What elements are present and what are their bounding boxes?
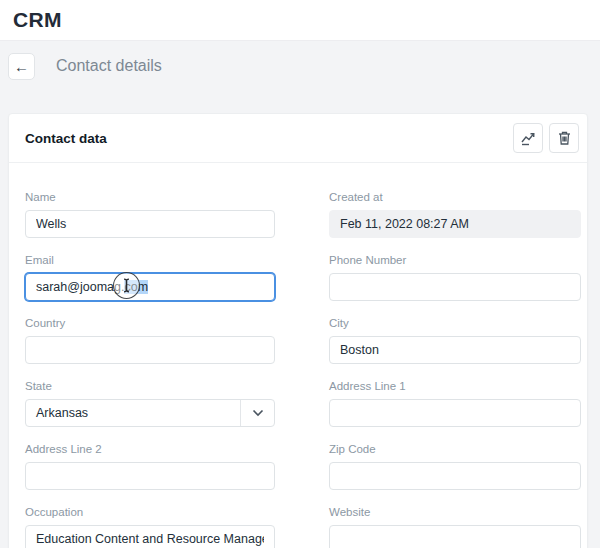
- occupation-input[interactable]: [25, 525, 275, 548]
- occupation-label: Occupation: [25, 506, 275, 518]
- website-label: Website: [329, 506, 581, 518]
- state-select[interactable]: Arkansas: [25, 399, 275, 427]
- zip-input[interactable]: [329, 462, 581, 490]
- contact-form: Name Created at Feb 11, 2022 08:27 AM Em…: [9, 163, 587, 548]
- phone-input[interactable]: [329, 273, 581, 301]
- created-at-text: Feb 11, 2022 08:27 AM: [340, 217, 469, 231]
- name-label: Name: [25, 191, 275, 203]
- field-address1: Address Line 1: [329, 380, 581, 427]
- page-title: Contact details: [56, 57, 162, 75]
- card-header: Contact data: [9, 114, 587, 163]
- field-occupation: Occupation: [25, 506, 275, 548]
- field-zip: Zip Code: [329, 443, 581, 490]
- address1-input[interactable]: [329, 399, 581, 427]
- address2-label: Address Line 2: [25, 443, 275, 455]
- email-text-selection: com: [124, 280, 148, 294]
- stats-chart-icon: [520, 130, 536, 146]
- website-input[interactable]: [329, 525, 581, 548]
- field-website: Website: [329, 506, 581, 548]
- email-label: Email: [25, 254, 275, 266]
- top-bar: CRM: [0, 0, 600, 41]
- city-label: City: [329, 317, 581, 329]
- created-at-value: Feb 11, 2022 08:27 AM: [329, 210, 581, 238]
- chevron-down-icon: [252, 409, 264, 417]
- stats-button[interactable]: [513, 123, 543, 153]
- zip-label: Zip Code: [329, 443, 581, 455]
- brand-logo: CRM: [13, 8, 62, 32]
- field-phone: Phone Number: [329, 254, 581, 301]
- contact-data-card: Contact data Name Created at Fe: [8, 113, 588, 548]
- country-input[interactable]: [25, 336, 275, 364]
- email-text: sarah@joomag.com: [36, 280, 148, 294]
- phone-label: Phone Number: [329, 254, 581, 266]
- email-input[interactable]: sarah@joomag.com: [25, 273, 275, 301]
- field-email: Email sarah@joomag.com: [25, 254, 275, 301]
- address2-input[interactable]: [25, 462, 275, 490]
- country-label: Country: [25, 317, 275, 329]
- field-state: State Arkansas: [25, 380, 275, 427]
- field-city: City: [329, 317, 581, 364]
- page-header: ← Contact details: [0, 41, 600, 91]
- field-country: Country: [25, 317, 275, 364]
- field-address2: Address Line 2: [25, 443, 275, 490]
- card-title: Contact data: [25, 131, 507, 146]
- city-input[interactable]: [329, 336, 581, 364]
- field-name: Name: [25, 191, 275, 238]
- created-at-label: Created at: [329, 191, 581, 203]
- trash-icon: [557, 130, 572, 146]
- back-button[interactable]: ←: [8, 53, 35, 80]
- back-arrow-icon: ←: [14, 59, 29, 74]
- field-created-at: Created at Feb 11, 2022 08:27 AM: [329, 191, 581, 238]
- state-label: State: [25, 380, 275, 392]
- state-selected-value: Arkansas: [26, 406, 88, 420]
- delete-button[interactable]: [549, 123, 579, 153]
- state-select-arrow: [240, 400, 274, 426]
- address1-label: Address Line 1: [329, 380, 581, 392]
- name-input[interactable]: [25, 210, 275, 238]
